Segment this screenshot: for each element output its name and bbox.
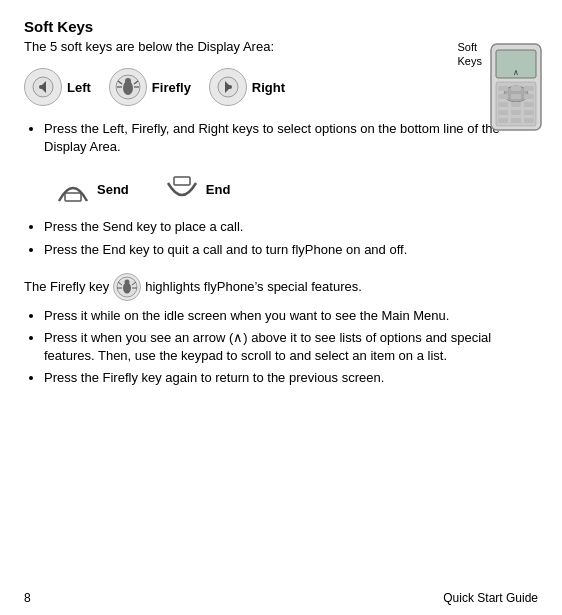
firefly-bullet-3: Press the Firefly key again to return to… [44, 369, 538, 387]
svg-rect-13 [498, 110, 508, 115]
footer: 8 Quick Start Guide [24, 591, 538, 605]
send-key-icon [54, 170, 92, 208]
end-key-item: End [163, 170, 231, 208]
firefly-bullet-2: Press it when you see an arrow (∧) above… [44, 329, 538, 365]
firefly-key-label: Firefly [152, 80, 191, 95]
svg-rect-9 [524, 94, 534, 99]
svg-point-22 [39, 85, 43, 89]
firefly-key-item: Firefly [109, 68, 191, 106]
send-end-row: Send End [54, 170, 538, 208]
soft-keys-label: Soft Keys [458, 40, 482, 69]
left-key-icon [24, 68, 62, 106]
svg-rect-12 [524, 102, 534, 107]
phone-diagram: Soft Keys [466, 40, 546, 135]
firefly-section: The Firefly key highlights flyPhone’s sp… [24, 273, 538, 388]
right-key-label: Right [252, 80, 285, 95]
svg-rect-10 [498, 102, 508, 107]
svg-rect-8 [511, 94, 521, 99]
svg-point-25 [125, 78, 131, 84]
bullet-2-2: Press the End key to quit a call and to … [44, 241, 538, 259]
firefly-bullet-1: Press it while on the idle screen when y… [44, 307, 538, 325]
svg-rect-5 [511, 86, 521, 91]
bullet-list-2: Press the Send key to place a call. Pres… [44, 218, 538, 258]
svg-rect-14 [511, 110, 521, 115]
svg-point-37 [125, 279, 130, 284]
svg-rect-34 [174, 177, 190, 185]
send-key-item: Send [54, 170, 129, 208]
firefly-intro-line: The Firefly key highlights flyPhone’s sp… [24, 273, 538, 301]
send-key-label: Send [97, 182, 129, 197]
firefly-key-icon [109, 68, 147, 106]
right-key-icon [209, 68, 247, 106]
guide-label: Quick Start Guide [443, 591, 538, 605]
left-key-item: Left [24, 68, 91, 106]
left-key-label: Left [67, 80, 91, 95]
svg-rect-6 [524, 86, 534, 91]
end-key-label: End [206, 182, 231, 197]
svg-rect-33 [65, 193, 81, 201]
end-key-icon [163, 170, 201, 208]
svg-rect-7 [498, 94, 508, 99]
svg-rect-18 [524, 118, 534, 123]
bullet-2-1: Press the Send key to place a call. [44, 218, 538, 236]
svg-point-32 [228, 85, 232, 89]
svg-rect-15 [524, 110, 534, 115]
firefly-bullet-list: Press it while on the idle screen when y… [44, 307, 538, 388]
right-key-item: Right [209, 68, 285, 106]
svg-text:∧: ∧ [513, 68, 519, 77]
firefly-intro-end: highlights flyPhone’s special features. [145, 277, 362, 297]
page-container: Soft Keys [0, 0, 562, 615]
firefly-intro-start: The Firefly key [24, 277, 109, 297]
svg-rect-16 [498, 118, 508, 123]
page-title: Soft Keys [24, 18, 538, 35]
phone-image: ∧ [486, 42, 546, 135]
svg-rect-4 [498, 86, 508, 91]
page-number: 8 [24, 591, 31, 605]
svg-rect-17 [511, 118, 521, 123]
svg-rect-11 [511, 102, 521, 107]
firefly-inline-icon [113, 273, 141, 301]
